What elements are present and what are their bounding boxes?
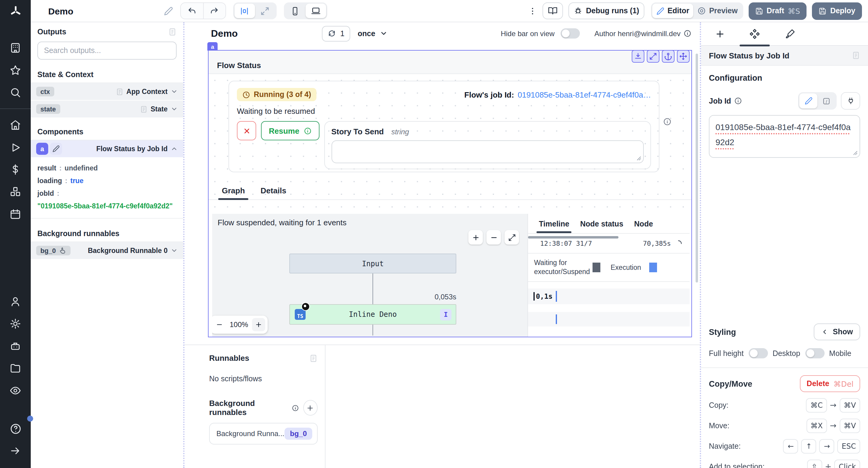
- deploy-button[interactable]: Deploy: [812, 2, 862, 20]
- windmill-logo[interactable]: [0, 0, 31, 22]
- timeline-legend: Waiting for executor/Suspend Execution: [528, 254, 689, 282]
- zoom-in-icon[interactable]: [468, 230, 483, 244]
- runnables-doc-icon[interactable]: [309, 354, 318, 362]
- runs-icon[interactable]: [0, 136, 31, 158]
- mobile-view-button[interactable]: [285, 4, 305, 18]
- component-output-values: result:undefined loading:true jobId: "01…: [31, 158, 183, 219]
- draft-button[interactable]: Draft ⌘S: [748, 2, 807, 20]
- insert-component-tab[interactable]: [702, 22, 737, 45]
- audit-logs-icon[interactable]: [0, 379, 31, 402]
- background-runnable-item[interactable]: Background Runna... bg_0: [209, 423, 318, 444]
- schedules-icon[interactable]: [0, 203, 31, 225]
- workspace-icon[interactable]: [0, 37, 31, 59]
- windmill-app-editor: Demo Debug runs (1) Editor: [0, 0, 868, 468]
- cancel-button[interactable]: [237, 121, 256, 140]
- search-icon[interactable]: [0, 81, 31, 104]
- component-doc-icon[interactable]: [852, 51, 860, 60]
- full-height-toggle[interactable]: [748, 348, 768, 358]
- redo-button[interactable]: [203, 3, 225, 19]
- bg0-row[interactable]: bg_0 Background Runnable 0: [31, 242, 183, 260]
- move-icon[interactable]: [677, 50, 689, 63]
- connect-output-button[interactable]: [841, 92, 860, 110]
- desktop-view-button[interactable]: [305, 4, 326, 18]
- tab-details[interactable]: Details: [261, 186, 286, 199]
- fit-view-icon[interactable]: [504, 230, 519, 244]
- expand-icon[interactable]: [647, 50, 659, 63]
- resume-button[interactable]: Resume: [261, 121, 319, 140]
- delete-shortcut: ⌘Del: [833, 379, 854, 388]
- execution-swatch: [649, 263, 657, 272]
- input-node[interactable]: Input: [289, 254, 456, 273]
- zoom-increase-icon[interactable]: [252, 318, 265, 331]
- tab-node-definition[interactable]: Node: [634, 220, 653, 233]
- flow-status-component[interactable]: a Flow Status Running (3 of 4): [208, 50, 692, 337]
- search-outputs-input[interactable]: [37, 41, 177, 60]
- workers-icon[interactable]: [0, 335, 31, 357]
- component-a-label: Flow Status by Job Id: [96, 145, 167, 153]
- desktop-toggle[interactable]: [805, 348, 824, 358]
- component-id-tab[interactable]: a: [207, 42, 218, 51]
- debug-runs-button[interactable]: Debug runs (1): [568, 2, 644, 19]
- canvas-scrollbar[interactable]: [695, 54, 698, 282]
- kebab-menu-icon[interactable]: [528, 6, 537, 15]
- undo-button[interactable]: [181, 3, 203, 19]
- loading-key: loading: [37, 177, 62, 184]
- pointer-hand-icon: [59, 247, 66, 254]
- flow-job-id-link[interactable]: 0191085e-5baa-81ef-4774-c9ef4f0a…: [518, 90, 651, 99]
- job-id-label: Job Id: [709, 97, 731, 105]
- hide-bar-toggle[interactable]: [561, 28, 580, 38]
- form-info-icon[interactable]: [663, 118, 672, 126]
- insert-below-icon[interactable]: [632, 50, 644, 63]
- clock-icon: [242, 91, 250, 98]
- anchor-icon[interactable]: [662, 50, 675, 63]
- interval-select[interactable]: once: [358, 29, 387, 38]
- refresh-control[interactable]: 1: [322, 26, 350, 41]
- zoom-out-icon[interactable]: [487, 230, 501, 244]
- waiting-swatch: [592, 263, 600, 272]
- fullscreen-layout-button[interactable]: [255, 4, 275, 18]
- collapse-sidebar-icon[interactable]: [0, 440, 31, 462]
- kbd-arrow-up: ↑: [801, 439, 816, 453]
- edit-title-icon[interactable]: [164, 6, 173, 15]
- variables-icon[interactable]: [0, 158, 31, 181]
- resources-icon[interactable]: [0, 181, 31, 203]
- docs-button[interactable]: [542, 2, 563, 19]
- zoom-decrease-icon[interactable]: [213, 318, 226, 331]
- drawer-bg-runnables-title: Background runnables: [209, 399, 287, 417]
- editor-tab[interactable]: Editor: [652, 4, 693, 18]
- delete-component-button[interactable]: Delete ⌘Del: [800, 375, 860, 392]
- state-row[interactable]: state State: [31, 101, 183, 118]
- configuration-heading: Configuration: [709, 73, 860, 82]
- execution-tick: [556, 291, 557, 302]
- rename-component-icon[interactable]: [50, 143, 62, 155]
- flow-graph-pane[interactable]: Flow suspended, waiting for 1 events Inp…: [212, 214, 527, 337]
- inline-deno-node[interactable]: TS Inline Deno I: [289, 304, 456, 325]
- component-a-row[interactable]: a Flow Status by Job Id: [31, 140, 183, 158]
- folders-icon[interactable]: [0, 357, 31, 379]
- users-icon[interactable]: [0, 290, 31, 312]
- theme-tab[interactable]: [772, 22, 807, 45]
- home-icon[interactable]: [0, 114, 31, 136]
- preview-tab[interactable]: Preview: [693, 4, 742, 18]
- ctx-label: App Context: [126, 88, 167, 95]
- component-settings-tab[interactable]: [737, 22, 772, 45]
- expression-input-button[interactable]: f: [817, 93, 835, 108]
- tab-timeline[interactable]: Timeline: [539, 220, 569, 233]
- show-styling-button[interactable]: Show: [813, 324, 860, 340]
- timeline-h-scrollbar[interactable]: [528, 236, 618, 238]
- favorites-icon[interactable]: [0, 59, 31, 81]
- job-id-input[interactable]: 0191085e-5baa-81ef-4774-c9ef4f0a92d2: [709, 115, 860, 158]
- flow-job-id-label: Flow's job Id:: [464, 90, 514, 99]
- settings-icon[interactable]: [0, 312, 31, 335]
- ctx-row[interactable]: ctx App Context: [31, 83, 183, 101]
- tab-node-status[interactable]: Node status: [580, 220, 623, 233]
- centered-layout-button[interactable]: [234, 4, 255, 18]
- svg-text:f: f: [826, 99, 828, 103]
- tab-graph[interactable]: Graph: [222, 186, 245, 199]
- help-icon[interactable]: [0, 417, 31, 440]
- story-textarea[interactable]: [331, 140, 644, 163]
- static-input-button[interactable]: [799, 93, 817, 108]
- add-background-runnable-button[interactable]: [303, 400, 318, 415]
- outputs-doc-icon[interactable]: [168, 28, 177, 36]
- chevron-down-icon: [170, 247, 178, 254]
